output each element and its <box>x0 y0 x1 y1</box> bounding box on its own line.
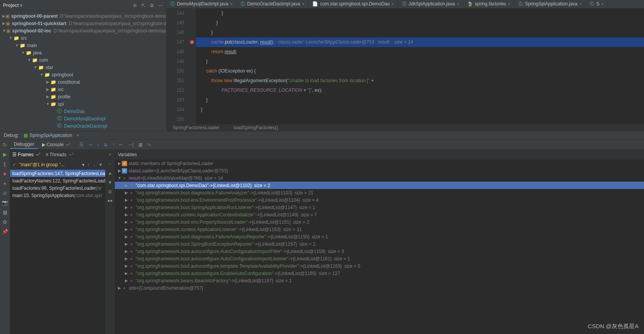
mute-bp-icon[interactable]: ⊘ <box>3 190 7 196</box>
var-row[interactable]: ▶≡"org.springframework.boot.autoconfigur… <box>115 248 644 255</box>
gear-icon[interactable]: ✿ <box>150 3 154 8</box>
project-title[interactable]: Project <box>3 3 22 8</box>
editor-tab[interactable]: ⒸDemoOracleDaoImpl.java× <box>237 0 308 8</box>
tree-row[interactable]: ▼📁springboot <box>0 71 166 78</box>
close-icon[interactable]: × <box>76 133 79 138</box>
frames-tab[interactable]: ☰ Frames →ⁱ <box>12 152 40 157</box>
editor-tab[interactable]: ⒸJdkSpiApplication.java× <box>398 0 463 8</box>
close-icon[interactable]: × <box>230 2 232 6</box>
close-icon[interactable]: × <box>302 2 304 6</box>
crumb-1[interactable]: loadSpringFactories() <box>234 125 284 130</box>
var-row[interactable]: ▶≡"org.springframework.boot.autoconfigur… <box>115 255 644 262</box>
editor-tab[interactable]: ⒸSpringSpiApplication.java× <box>515 0 586 8</box>
var-row[interactable]: ▶≡"org.springframework.boot.autoconfigur… <box>115 270 644 277</box>
close-icon[interactable]: × <box>457 2 459 6</box>
drop-frame-icon[interactable]: ⤺ <box>119 142 123 147</box>
close-icon[interactable]: × <box>601 2 604 6</box>
close-icon[interactable]: × <box>508 2 510 6</box>
var-row[interactable]: ▶≡"org.springframework.beans.BeanInfoFac… <box>115 277 644 284</box>
tree-row[interactable]: ⒸDemoOracleDaoImpl <box>0 122 166 130</box>
frame-row[interactable]: main:15, SpringSpiApplication (com.star.… <box>10 192 105 199</box>
pin-icon[interactable]: 📌 <box>2 229 8 234</box>
remove-watch-icon[interactable]: − <box>109 161 111 167</box>
debug-app-tab[interactable]: ▦ SpringSpiApplication × <box>24 133 79 138</box>
tree-row[interactable]: ▼▣springboot-02-iocD:\learnspace\workspa… <box>0 27 166 34</box>
expand-icon[interactable]: ⇱ <box>141 3 145 8</box>
tree-row[interactable]: ▼📁java <box>0 49 166 56</box>
tree-row[interactable]: ⒸDemoMysqlDaoImpl <box>0 115 166 122</box>
var-row[interactable]: ▶PclassLoader = {Launcher$AppClassLoader… <box>115 167 644 174</box>
tree-row[interactable]: ▶📁conditional <box>0 78 166 86</box>
tab-debugger[interactable]: Debugger <box>10 140 38 149</box>
editor-tab[interactable]: 🍃spring.factories× <box>463 0 515 8</box>
close-icon[interactable]: × <box>392 2 394 6</box>
frame-row[interactable]: loadFactories:98, SpringFactoriesLoader … <box>10 184 105 192</box>
var-row[interactable]: ▶≡"org.springframework.boot.SpringBootEx… <box>115 240 644 248</box>
tree-row[interactable]: ▶▣springboot-00-parentD:\learnspace\work… <box>0 12 166 20</box>
editor-tab[interactable]: ⒸS× <box>586 0 608 8</box>
pause-icon[interactable]: ‖ <box>3 161 6 167</box>
rerun-icon[interactable]: ↻ <box>3 142 7 148</box>
var-row[interactable]: ▶≡"org.springframework.context.Applicati… <box>115 226 644 233</box>
variables-tree[interactable]: ▶Sstatic members of SpringFactoriesLoade… <box>115 160 644 292</box>
var-row[interactable]: ▼≡result = {LinkedMultiValueMap@766}size… <box>115 174 644 182</box>
next-frame-icon[interactable]: ↓ <box>93 162 95 167</box>
tree-row[interactable]: ⒾDemoDao <box>0 108 166 115</box>
frame-row[interactable]: loadSpringFactories:147, SpringFactories… <box>10 170 105 177</box>
glasses-icon[interactable]: 👓 <box>107 198 113 204</box>
breadcrumb[interactable]: SpringFactoriesLoader loadSpringFactorie… <box>166 124 644 131</box>
var-row[interactable]: ▶≡"com.star.springboot.spi.DemoDao" -> {… <box>115 182 644 189</box>
locate-icon[interactable]: ⊕ <box>133 3 137 8</box>
breakpoint-column[interactable] <box>188 8 196 124</box>
var-row[interactable]: ▶≡"org.springframework.context.Applicati… <box>115 211 644 218</box>
evaluate-icon[interactable]: ▦ <box>138 142 143 147</box>
trace-icon[interactable]: ∿ <box>147 142 151 147</box>
code-lines[interactable]: } } } cache.put(classLoader, result); cl… <box>196 8 644 124</box>
tree-row[interactable]: ▼📁com <box>0 56 166 64</box>
tab-console[interactable]: ▶ Console →ⁱ <box>38 141 74 148</box>
var-row[interactable]: ▶≡"org.springframework.boot.autoconfigur… <box>115 262 644 270</box>
run-to-cursor-icon[interactable]: →| <box>128 142 133 147</box>
tree-row[interactable]: ▼📁src <box>0 34 166 42</box>
prev-frame-icon[interactable]: ↑ <box>87 162 90 167</box>
stop-icon[interactable]: ■ <box>3 171 7 177</box>
tree-row[interactable]: ▶📁ioc <box>0 86 166 93</box>
crumb-0[interactable]: SpringFactoriesLoader <box>173 125 228 130</box>
var-row[interactable]: ▶≡urls = {CompoundEnumeration@757} <box>115 284 644 292</box>
var-row[interactable]: ▶≡"org.springframework.boot.env.Environm… <box>115 196 644 204</box>
project-tree[interactable]: ▶▣springboot-00-parentD:\learnspace\work… <box>0 11 166 131</box>
copy-icon[interactable]: ⧉ <box>108 189 112 194</box>
tree-row[interactable]: ▼📁star <box>0 64 166 71</box>
hide-icon[interactable]: — <box>158 3 163 8</box>
var-row[interactable]: ▶≡"org.springframework.boot.diagnostics.… <box>115 233 644 240</box>
settings-icon[interactable]: ✿ <box>3 219 7 225</box>
up-icon[interactable]: ▲ <box>108 170 113 176</box>
var-row[interactable]: ▶≡"org.springframework.boot.env.Property… <box>115 218 644 226</box>
editor-tab[interactable]: ⒸDemoMysqlDaoImpl.java× <box>166 0 237 8</box>
layout-icon[interactable]: ▦ <box>3 209 7 215</box>
tree-row[interactable]: ▼📁main <box>0 42 166 49</box>
editor-tabs[interactable]: ⒸDemoMysqlDaoImpl.java×ⒸDemoOracleDaoImp… <box>166 0 644 8</box>
camera-icon[interactable]: 📷 <box>2 200 8 206</box>
close-icon[interactable]: × <box>579 2 582 6</box>
add-watch-icon[interactable]: + <box>109 152 111 157</box>
frames-list[interactable]: loadSpringFactories:147, SpringFactories… <box>10 170 105 199</box>
step-over-icon[interactable]: ⤻ <box>88 142 92 147</box>
view-bp-icon[interactable]: ● <box>3 180 7 186</box>
thread-selector[interactable]: ✓ "main"@1 in group "... ▾ ↑ ↓ ▼ <box>10 160 105 170</box>
tree-row[interactable]: ▼📁spi <box>0 100 166 108</box>
var-row[interactable]: ▶≡"org.springframework.boot.SpringApplic… <box>115 204 644 211</box>
var-row[interactable]: ▶Sstatic members of SpringFactoriesLoade… <box>115 160 644 167</box>
step-out-icon[interactable]: ↑ <box>112 142 114 147</box>
resume-icon[interactable]: ▶ <box>3 152 7 157</box>
dropdown-icon[interactable]: ▾ <box>82 162 84 167</box>
frame-row[interactable]: loadFactoryNames:122, SpringFactoriesLoa… <box>10 177 105 184</box>
editor-tab[interactable]: 📄com.star.springboot.spi.DemoDao× <box>308 0 398 8</box>
var-row[interactable]: ▶≡"org.springframework.boot.diagnostics.… <box>115 189 644 196</box>
tree-row[interactable]: ▶▣springboot-01-quickstartD:\learnspace\… <box>0 20 166 27</box>
down-icon[interactable]: ▼ <box>108 180 113 185</box>
force-step-into-icon[interactable]: ⇊ <box>104 142 108 147</box>
tree-row[interactable]: ▶📁profile <box>0 93 166 100</box>
threads-tab[interactable]: ≡ Threads →ⁱ <box>45 152 73 157</box>
step-into-icon[interactable]: ↓ <box>97 142 99 147</box>
